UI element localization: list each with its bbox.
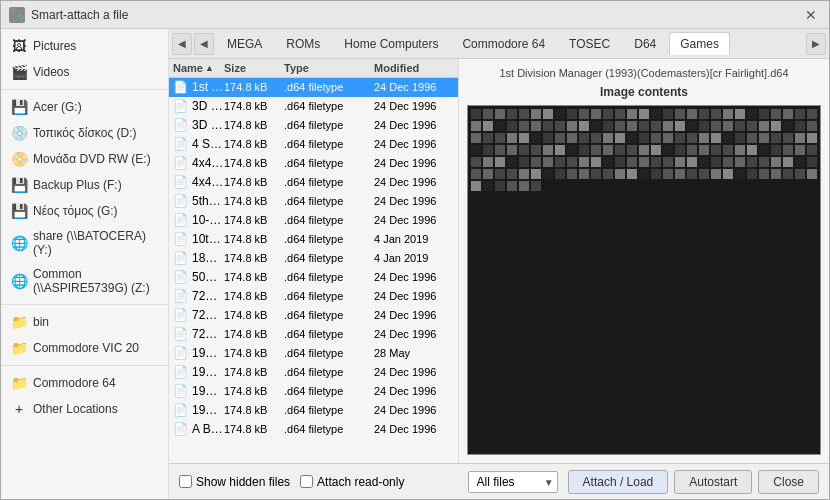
preview-pixel <box>591 121 601 131</box>
preview-pixel <box>543 157 553 167</box>
file-row[interactable]: 📄 10th Frame (19... 174.8 kB .d64 filety… <box>169 230 458 249</box>
file-type-dropdown[interactable]: All files.d64 files.t64 files.prg files <box>468 471 558 493</box>
file-name-cell: 📄 3D Pool (1989)(... <box>173 118 224 132</box>
sidebar-item-bin[interactable]: 📁bin <box>1 309 168 335</box>
file-size: 174.8 kB <box>224 328 284 340</box>
titlebar: 📎 Smart-attach a file ✕ <box>1 1 829 29</box>
tab-games[interactable]: Games <box>669 32 730 55</box>
tab-home-computers[interactable]: Home Computers <box>333 32 449 55</box>
file-row[interactable]: 📄 500cc Grand Pri... 174.8 kB .d64 filet… <box>169 268 458 287</box>
preview-pixel <box>807 145 817 155</box>
show-hidden-label[interactable]: Show hidden files <box>179 475 290 489</box>
autostart-button[interactable]: Autostart <box>674 470 752 494</box>
sidebar-item-acer[interactable]: 💾Acer (G:) <box>1 94 168 120</box>
file-row[interactable]: 📄 720 Degrees (19... 174.8 kB .d64 filet… <box>169 287 458 306</box>
col-modified-header[interactable]: Modified <box>374 62 454 74</box>
preview-pixel <box>627 169 637 179</box>
file-row[interactable]: 📄 720 Degrees - U... 174.8 kB .d64 filet… <box>169 325 458 344</box>
file-row[interactable]: 📄 4 Soccer Simula... 174.8 kB .d64 filet… <box>169 135 458 154</box>
file-row[interactable]: 📄 1st Division Ma... 174.8 kB .d64 filet… <box>169 78 458 97</box>
preview-pixel <box>519 169 529 179</box>
preview-pixel <box>675 109 685 119</box>
file-row[interactable]: 📄 5th Gear (1988)... 174.8 kB .d64 filet… <box>169 192 458 211</box>
file-row[interactable]: 📄 1943 - The Battl... 174.8 kB .d64 file… <box>169 382 458 401</box>
show-hidden-checkbox[interactable] <box>179 475 192 488</box>
file-row[interactable]: 📄 180 - One Hun... 174.8 kB .d64 filetyp… <box>169 249 458 268</box>
tab-prev-button[interactable]: ◀ <box>172 33 192 55</box>
preview-pixel <box>543 145 553 155</box>
attach-readonly-checkbox[interactable] <box>300 475 313 488</box>
file-name-cell: 📄 5th Gear (1988)... <box>173 194 224 208</box>
close-button[interactable]: Close <box>758 470 819 494</box>
preview-pixel <box>795 145 805 155</box>
col-name-header[interactable]: Name ▲ <box>173 62 224 74</box>
sidebar-item-videos[interactable]: 🎬Videos <box>1 59 168 85</box>
file-name-cell: 📄 720 Degrees - U... <box>173 327 224 341</box>
preview-pixel <box>507 121 517 131</box>
sidebar-item-other-locations[interactable]: +Other Locations <box>1 396 168 422</box>
file-type: .d64 filetype <box>284 81 374 93</box>
file-row[interactable]: 📄 720 Degrees - U... 174.8 kB .d64 filet… <box>169 306 458 325</box>
sidebar-item-pictures[interactable]: 🖼Pictures <box>1 33 168 59</box>
file-row[interactable]: 📄 3D Pool (1989)(... 174.8 kB .d64 filet… <box>169 116 458 135</box>
file-date: 24 Dec 1996 <box>374 404 454 416</box>
preview-pixel <box>723 157 733 167</box>
preview-pixel <box>771 169 781 179</box>
preview-pixel <box>735 169 745 179</box>
tab-back-button[interactable]: ◀ <box>194 33 214 55</box>
file-row[interactable]: 📄 10-Pin Bowling... 174.8 kB .d64 filety… <box>169 211 458 230</box>
attach-readonly-label[interactable]: Attach read-only <box>300 475 404 489</box>
file-row[interactable]: 📄 3D Pinball - Pin... 174.8 kB .d64 file… <box>169 97 458 116</box>
attach-load-button[interactable]: Attach / Load <box>568 470 669 494</box>
file-name-cell: 📄 4 Soccer Simula... <box>173 137 224 151</box>
tab-roms[interactable]: ROMs <box>275 32 331 55</box>
sidebar-icon-bin: 📁 <box>11 314 27 330</box>
preview-pixel <box>555 145 565 155</box>
preview-pixel <box>699 157 709 167</box>
preview-pixel <box>663 133 673 143</box>
tab-mega[interactable]: MEGA <box>216 32 273 55</box>
sidebar-item-backup-plus-f[interactable]: 💾Backup Plus (F:) <box>1 172 168 198</box>
file-name-cell: 📄 180 - One Hun... <box>173 251 224 265</box>
file-list: 📄 1st Division Ma... 174.8 kB .d64 filet… <box>169 78 458 463</box>
col-type-header[interactable]: Type <box>284 62 374 74</box>
col-size-header[interactable]: Size <box>224 62 284 74</box>
tab-next-button[interactable]: ▶ <box>806 33 826 55</box>
file-name: 4x4 Off Road R... <box>192 175 224 189</box>
preview-pixel <box>771 145 781 155</box>
file-row[interactable]: 📄 4x4 Off Road Ra... 174.8 kB .d64 filet… <box>169 154 458 173</box>
file-name-cell: 📄 10th Frame (19... <box>173 232 224 246</box>
sidebar-item-new-volume-g[interactable]: 💾Νέος τόμος (G:) <box>1 198 168 224</box>
file-name: 3D Pool (1989)(... <box>192 118 224 132</box>
tab-tosec[interactable]: TOSEC <box>558 32 621 55</box>
file-row[interactable]: 📄 1942 (1986)(Elit... 174.8 kB .d64 file… <box>169 344 458 363</box>
close-window-button[interactable]: ✕ <box>801 5 821 25</box>
file-row[interactable]: 📄 A Bear's Night ... 174.8 kB .d64 filet… <box>169 420 458 439</box>
tab-d64[interactable]: D64 <box>623 32 667 55</box>
file-date: 24 Dec 1996 <box>374 119 454 131</box>
file-name: 500cc Grand Pri... <box>192 270 224 284</box>
preview-pixel <box>759 109 769 119</box>
preview-pixel <box>663 109 673 119</box>
file-row[interactable]: 📄 1943 - The Battl... 174.8 kB .d64 file… <box>169 363 458 382</box>
preview-pixel <box>783 133 793 143</box>
file-size: 174.8 kB <box>224 119 284 131</box>
sidebar-item-dvd-rw-e[interactable]: 📀Μονάδα DVD RW (E:) <box>1 146 168 172</box>
sidebar-item-commodore-64[interactable]: 📁Commodore 64 <box>1 370 168 396</box>
file-type: .d64 filetype <box>284 100 374 112</box>
sidebar-icon-dvd-rw-e: 📀 <box>11 151 27 167</box>
preview-pixel <box>651 109 661 119</box>
file-name: 3D Pinball - Pin... <box>192 99 224 113</box>
file-row[interactable]: 📄 1985 - The Day ... 174.8 kB .d64 filet… <box>169 401 458 420</box>
preview-pixel <box>471 169 481 179</box>
tabs-bar: ◀ ◀ MEGAROMsHome ComputersCommodore 64TO… <box>169 29 829 59</box>
sidebar-item-common-aspire[interactable]: 🌐Common (\\ASPIRE5739G) (Z:) <box>1 262 168 300</box>
preview-pixel <box>579 157 589 167</box>
tab-commodore-64[interactable]: Commodore 64 <box>451 32 556 55</box>
sidebar-item-commodore-vic20[interactable]: 📁Commodore VIC 20 <box>1 335 168 361</box>
sidebar-item-local-disk-d[interactable]: 💿Τοπικός δίσκος (D:) <box>1 120 168 146</box>
preview-pixel <box>663 121 673 131</box>
file-icon: 📄 <box>173 232 188 246</box>
sidebar-item-share-batocera[interactable]: 🌐share (\\BATOCERA) (Y:) <box>1 224 168 262</box>
file-row[interactable]: 📄 4x4 Off Road R... 174.8 kB .d64 filety… <box>169 173 458 192</box>
